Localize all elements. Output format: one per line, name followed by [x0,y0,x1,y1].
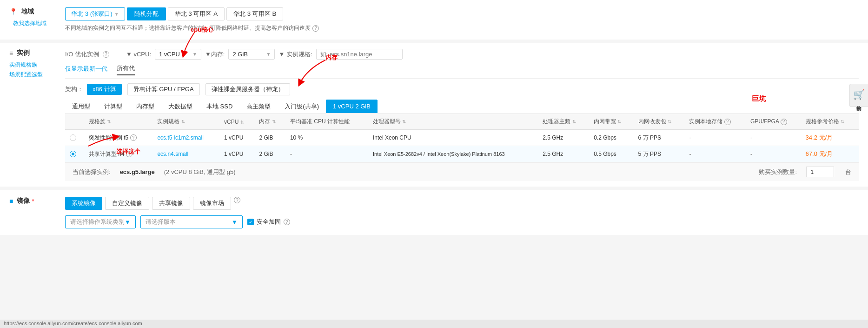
region-help-link[interactable]: 教我选择地域 [13,20,46,27]
region-selector-row: 华北 3 (张家口) ▼ 随机分配 华北 3 可用区 A 华北 3 可用区 B [65,7,859,20]
td-spec-family-0: 突发性能实例 t5 ? [84,130,153,146]
sort-icon-spec-family[interactable]: ⇅ [107,119,111,124]
gpu-help-icon[interactable]: ? [781,119,787,125]
td-price-1: 67.0 元/月 [801,146,859,162]
td-radio-0[interactable] [65,130,84,146]
selected-instance-value: ecs.g5.large [120,168,155,175]
table-row[interactable]: 共享计算型 n4 ? ecs.n4.small 1 vCPU 2 GiB - I… [65,146,859,162]
count-label: 购买实例数量: [759,168,797,176]
instance-scene-config-link[interactable]: 场景配置选型 [9,71,65,79]
type-tab-highfreq[interactable]: 高主频型 [239,99,278,114]
td-mem-1: 2 GiB [254,146,285,162]
selected-instance-detail: (2 vCPU 8 GiB, 通用型 g5) [164,168,236,176]
region-title: 地域 [21,7,34,16]
cart-icon[interactable]: 🛒 [853,89,865,100]
gen-tab-all[interactable]: 所有代 [117,64,135,75]
region-dropdown[interactable]: 华北 3 (张家口) ▼ [65,7,125,20]
vcpu-select-arrow: ▼ [192,52,197,57]
vcpu-select[interactable]: 1 vCPU ▼ [155,49,201,60]
arch-x86-button[interactable]: x86 计算 [87,84,122,95]
type-tab-bigdata[interactable]: 大数据型 [161,99,199,114]
os-version-select[interactable]: 请选择版本 ▼ [140,215,243,228]
region-tip-help-icon[interactable]: ? [312,25,319,32]
spec-input[interactable] [316,49,403,60]
mem-select[interactable]: 2 GiB ▼ [228,49,275,60]
td-gpu-0: - [746,130,801,146]
io-help-icon[interactable]: ? [103,51,109,58]
image-required: * [32,198,34,205]
type-tab-entry[interactable]: 入门级(共享) [278,99,326,114]
region-tip: 不同地域的实例之间网互不相通；选择靠近您客户的地域，可降低网络时延、提高您客户的… [65,24,859,32]
image-tab-custom[interactable]: 自定义镜像 [105,197,149,210]
mem-label: ▼内存: [205,50,225,59]
count-input[interactable] [806,167,834,177]
arch-gpu-button[interactable]: 异构计算 GPU / FPGA [127,83,200,95]
random-assign-button[interactable]: 随机分配 [127,7,166,20]
os-type-select[interactable]: 请选择操作系统类别 ▼ [65,215,136,228]
image-title: 镜像 [17,197,30,205]
sort-icon-vcpu[interactable]: ⇅ [240,120,244,125]
th-spec: 实例规格 ⇅ [152,114,219,130]
region-icon: 📍 [9,8,17,15]
type-tab-ssd[interactable]: 本地 SSD [199,99,239,114]
spec-family-0-help-icon[interactable]: ? [130,134,137,141]
image-tab-shared[interactable]: 共享镜像 [152,197,190,210]
th-net-pps: 内网收发包 ⇅ [634,114,685,130]
mem-select-arrow: ▼ [266,52,271,57]
arch-bare-metal-button[interactable]: 弹性裸金属服务器（神龙） [205,83,290,95]
selected-info-row: 当前选择实例: ecs.g5.large (2 vCPU 8 GiB, 通用型 … [65,162,859,181]
image-tab-market[interactable]: 镜像市场 [193,197,231,210]
spec-family-1-help-icon[interactable]: ? [126,151,133,157]
image-tabs: 系统镜像 自定义镜像 共享镜像 镜像市场 ? [65,197,859,210]
td-spec-family-1: 共享计算型 n4 ? [84,146,153,162]
count-unit: 台 [845,168,851,176]
td-spec-1: ecs.n4.small [152,146,219,162]
table-row[interactable]: 突发性能实例 t5 ? ecs.t5-lc1m2.small 1 vCPU 2 … [65,130,859,146]
th-vcpu: vCPU ⇅ [219,114,254,130]
sort-icon-mem[interactable]: ⇅ [272,119,276,124]
type-tab-memory[interactable]: 内存型 [129,99,161,114]
region-dropdown-arrow: ▼ [114,12,119,17]
th-radio [65,114,84,130]
sort-icon-cpu-freq[interactable]: ⇅ [572,119,576,124]
type-tabs: 通用型 计算型 内存型 大数据型 本地 SSD 高主频型 入门级(共享) 1 v… [65,99,859,114]
sort-icon-net-bw[interactable]: ⇅ [617,119,621,124]
th-net-bw: 内网带宽 ⇅ [589,114,633,130]
zone-a-button[interactable]: 华北 3 可用区 A [168,7,225,20]
instance-spec-family-link[interactable]: 实例规格族 [9,61,65,69]
th-local-storage: 实例本地存储 ? [684,114,746,130]
image-tab-system[interactable]: 系统镜像 [65,197,102,210]
type-tab-1vcpu2gib[interactable]: 1 vCPU 2 GiB [326,100,378,113]
td-net-pps-1: 5 万 PPS [634,146,685,162]
type-tab-compute[interactable]: 计算型 [97,99,129,114]
io-label: I/O 优化实例 [65,50,99,59]
sort-icon-net-pps[interactable]: ⇅ [668,119,671,124]
th-spec-family: 规格族 ⇅ [84,114,153,130]
th-cpu-model: 处理器型号 ⇅ [368,114,538,130]
td-radio-1[interactable] [65,146,84,162]
instance-table: 规格族 ⇅ 实例规格 ⇅ vCPU ⇅ [65,114,859,162]
th-cpu-perf: 平均基准 CPU 计算性能 [285,114,368,130]
gen-tab-latest[interactable]: 仅显示最新一代 [65,65,107,75]
sort-icon-cpu-model[interactable]: ⇅ [402,119,406,124]
security-checkbox[interactable]: ✓ [247,219,254,225]
sort-icon-price[interactable]: ⇅ [841,119,844,124]
os-type-select-arrow: ▼ [125,219,131,226]
sort-icon-spec[interactable]: ⇅ [181,119,185,124]
image-help-icon[interactable]: ? [234,197,240,203]
instance-title: 实例 [17,49,30,57]
security-help-icon[interactable]: ? [284,219,290,225]
local-storage-help-icon[interactable]: ? [724,119,731,125]
radio-btn-0[interactable] [70,134,76,141]
td-cpu-freq-1: 2.5 GHz [538,146,589,162]
image-icon: ■ [9,197,13,205]
type-tab-general[interactable]: 通用型 [65,99,97,114]
filter-row: I/O 优化实例 ? ▼ vCPU: 1 vCPU ▼ ▼内存: 2 GiB ▼ [65,49,859,60]
radio-btn-1[interactable] [70,151,76,157]
td-price-0: 34.2 元/月 [801,130,859,146]
selected-instance-label: 当前选择实例: [73,168,111,176]
th-mem: 内存 ⇅ [254,114,285,130]
td-vcpu-1: 1 vCPU [219,146,254,162]
zone-b-button[interactable]: 华北 3 可用区 B [226,7,283,20]
td-net-pps-0: 6 万 PPS [634,130,685,146]
